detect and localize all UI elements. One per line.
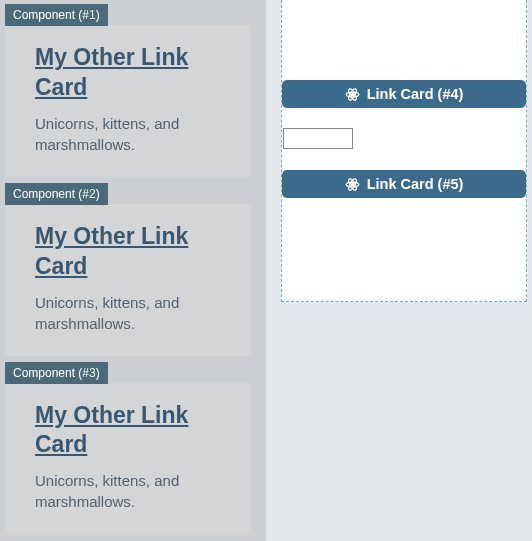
card-description: Unicorns, kittens, and marshmallows. [35,292,221,334]
link-card-1[interactable]: My Other Link Card Unicorns, kittens, an… [5,25,251,177]
component-tag-2: Component (#2) [5,183,108,205]
card-description: Unicorns, kittens, and marshmallows. [35,113,221,155]
component-3: Component (#3) My Other Link Card Unicor… [5,358,251,535]
card-title[interactable]: My Other Link Card [35,401,221,461]
component-tag-1: Component (#1) [5,4,108,26]
component-2: Component (#2) My Other Link Card Unicor… [5,179,251,356]
link-card-2[interactable]: My Other Link Card Unicorns, kittens, an… [5,204,251,356]
link-card-3[interactable]: My Other Link Card Unicorns, kittens, an… [5,383,251,535]
link-card-5-label: Link Card (#5) [367,176,464,192]
text-input[interactable] [283,128,353,149]
card-description: Unicorns, kittens, and marshmallows. [35,470,221,512]
svg-point-4 [351,183,354,186]
card-title[interactable]: My Other Link Card [35,222,221,282]
atom-icon [345,87,360,102]
drop-zone-panel[interactable]: Link Card (#4) Link Card (#5) [281,0,527,302]
link-card-button-4[interactable]: Link Card (#4) [282,80,526,108]
component-tag-3: Component (#3) [5,362,108,384]
link-card-button-5[interactable]: Link Card (#5) [282,170,526,198]
component-list: Component (#1) My Other Link Card Unicor… [5,0,251,536]
card-title[interactable]: My Other Link Card [35,43,221,103]
component-1: Component (#1) My Other Link Card Unicor… [5,0,251,177]
link-card-4-label: Link Card (#4) [367,86,464,102]
atom-icon [345,177,360,192]
svg-point-0 [351,93,354,96]
